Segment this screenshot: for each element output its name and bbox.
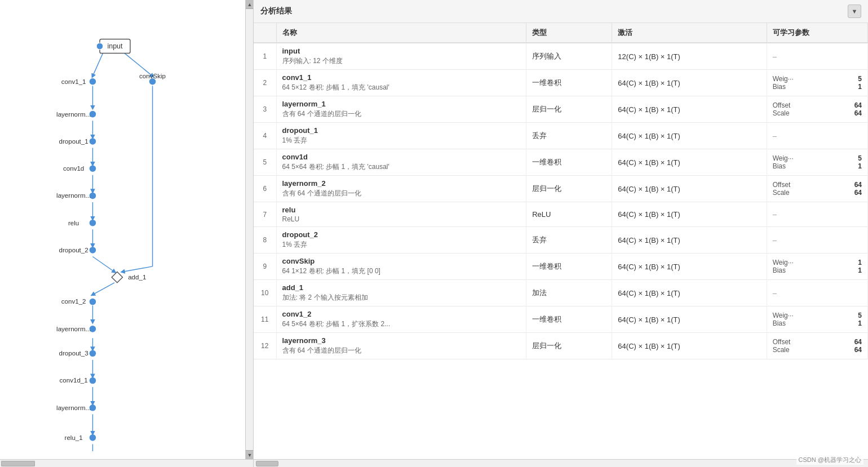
param-row: Scale64 [773, 109, 862, 117]
cell-desc-text: 64 1×12 卷积: 步幅 1，填充 [0 0] [282, 266, 521, 276]
no-params: – [773, 289, 777, 297]
collapse-button[interactable]: ▼ [848, 5, 861, 18]
param-row: Weig···5 [773, 312, 862, 319]
svg-point-30 [90, 165, 96, 172]
graph-canvas: input conv1_1 convSkip layernorm... drop… [0, 0, 245, 451]
cell-params: Offset64Scale64 [767, 333, 867, 359]
param-row: Bias1 [773, 266, 862, 274]
cell-type: 丢弃 [526, 123, 612, 149]
right-h-scrollbar[interactable] [254, 459, 868, 467]
cell-params: Offset64Scale64 [767, 176, 867, 202]
param-label: Offset [773, 338, 791, 346]
param-row: Offset64 [773, 181, 862, 189]
table-row: 10add_1加法: 将 2 个输入按元素相加加法64(C) × 1(B) × … [254, 280, 868, 306]
cell-name-text: dropout_1 [282, 126, 521, 135]
cell-desc-text: 序列输入: 12 个维度 [282, 56, 521, 66]
param-label: Scale [773, 346, 790, 354]
param-value: 1 [858, 319, 862, 327]
cell-type: 一维卷积 [526, 306, 612, 333]
cell-activation: 64(C) × 1(B) × 1(T) [612, 149, 767, 176]
cell-params: – [767, 43, 867, 70]
svg-line-10 [123, 266, 153, 272]
cell-desc-text: 1% 丢弃 [282, 136, 521, 145]
svg-text:layernorm...: layernorm... [56, 404, 91, 411]
cell-name-text: layernorm_3 [282, 336, 521, 345]
svg-point-50 [90, 434, 96, 441]
cell-activation: 64(C) × 1(B) × 1(T) [612, 306, 767, 333]
param-row: Scale64 [773, 346, 862, 354]
param-value: 1 [858, 259, 862, 266]
cell-params: Weig···1Bias1 [767, 253, 867, 280]
param-label: Offset [773, 181, 791, 189]
cell-name-text: input [282, 47, 521, 55]
cell-name-text: convSkip [282, 257, 521, 265]
svg-text:conv1d_1: conv1d_1 [60, 377, 88, 384]
param-row: Offset64 [773, 101, 862, 109]
cell-activation: 64(C) × 1(B) × 1(T) [612, 176, 767, 202]
cell-activation: 64(C) × 1(B) × 1(T) [612, 333, 767, 359]
watermark: CSDN @机器学习之心 [796, 455, 863, 465]
cell-name-desc: layernorm_3含有 64 个通道的层归一化 [276, 333, 526, 359]
panel-header: 分析结果 ▼ [254, 0, 868, 23]
svg-text:layernorm...: layernorm... [56, 326, 91, 332]
cell-desc-text: 1% 丢弃 [282, 240, 521, 250]
param-row: Bias1 [773, 319, 862, 327]
table-row: 7reluReLUReLU64(C) × 1(B) × 1(T)– [254, 202, 868, 227]
svg-point-46 [90, 377, 96, 384]
cell-name-text: add_1 [282, 283, 521, 292]
col-num [254, 23, 276, 43]
svg-text:relu: relu [68, 220, 79, 226]
svg-text:layernorm...: layernorm... [56, 192, 91, 199]
cell-params: – [767, 280, 867, 306]
param-value: 1 [858, 266, 862, 274]
scroll-up-arrow[interactable]: ▲ [246, 0, 253, 9]
svg-point-28 [90, 138, 96, 145]
col-name: 名称 [276, 23, 526, 43]
cell-name-desc: conv1d64 5×64 卷积: 步幅 1，填充 'causal' [276, 149, 526, 176]
param-value: 5 [858, 154, 862, 162]
svg-line-0 [92, 52, 103, 76]
svg-text:conv1_1: conv1_1 [61, 78, 86, 85]
cell-name-desc: conv1_164 5×12 卷积: 步幅 1，填充 'causal' [276, 70, 526, 96]
cell-name-desc: add_1加法: 将 2 个输入按元素相加 [276, 280, 526, 306]
svg-text:dropout_2: dropout_2 [59, 247, 88, 253]
results-table-wrapper[interactable]: 名称 类型 激活 可学习参数 1input序列输入: 12 个维度序列输入12(… [254, 23, 868, 459]
param-label: Offset [773, 101, 791, 109]
cell-params: Weig···5Bias1 [767, 306, 867, 333]
right-h-thumb[interactable] [256, 461, 278, 466]
cell-activation: 12(C) × 1(B) × 1(T) [612, 43, 767, 70]
panel-title: 分析结果 [260, 6, 292, 16]
cell-name-desc: convSkip64 1×12 卷积: 步幅 1，填充 [0 0] [276, 253, 526, 280]
cell-activation: 64(C) × 1(B) × 1(T) [612, 202, 767, 227]
table-row: 8dropout_21% 丢弃丢弃64(C) × 1(B) × 1(T)– [254, 227, 868, 253]
no-params: – [773, 52, 777, 61]
param-value: 5 [858, 75, 862, 83]
cell-type: 层归一化 [526, 176, 612, 202]
table-row: 1input序列输入: 12 个维度序列输入12(C) × 1(B) × 1(T… [254, 43, 868, 70]
cell-type: ReLU [526, 202, 612, 227]
scroll-down-arrow[interactable]: ▼ [246, 450, 253, 459]
left-h-scrollbar[interactable] [0, 459, 253, 467]
cell-num: 11 [254, 306, 276, 333]
param-row: Weig···5 [773, 75, 862, 83]
param-label: Bias [773, 83, 786, 91]
cell-activation: 64(C) × 1(B) × 1(T) [612, 70, 767, 96]
cell-params: – [767, 123, 867, 149]
left-h-thumb[interactable] [1, 461, 35, 466]
left-scrollbar[interactable]: ▲ ▼ [245, 0, 253, 459]
param-row: Scale64 [773, 189, 862, 197]
cell-name-desc: conv1_264 5×64 卷积: 步幅 1，扩张系数 2... [276, 306, 526, 333]
param-label: Weig··· [773, 259, 794, 266]
cell-num: 8 [254, 227, 276, 253]
param-row: Offset64 [773, 338, 862, 346]
svg-marker-38 [112, 272, 122, 283]
cell-num: 3 [254, 96, 276, 123]
cell-params: – [767, 227, 867, 253]
cell-activation: 64(C) × 1(B) × 1(T) [612, 123, 767, 149]
cell-num: 2 [254, 70, 276, 96]
cell-name-text: layernorm_2 [282, 179, 521, 188]
table-row: 11conv1_264 5×64 卷积: 步幅 1，扩张系数 2...一维卷积6… [254, 306, 868, 333]
param-value: 64 [854, 181, 862, 189]
svg-text:add_1: add_1 [128, 274, 146, 281]
cell-type: 层归一化 [526, 96, 612, 123]
